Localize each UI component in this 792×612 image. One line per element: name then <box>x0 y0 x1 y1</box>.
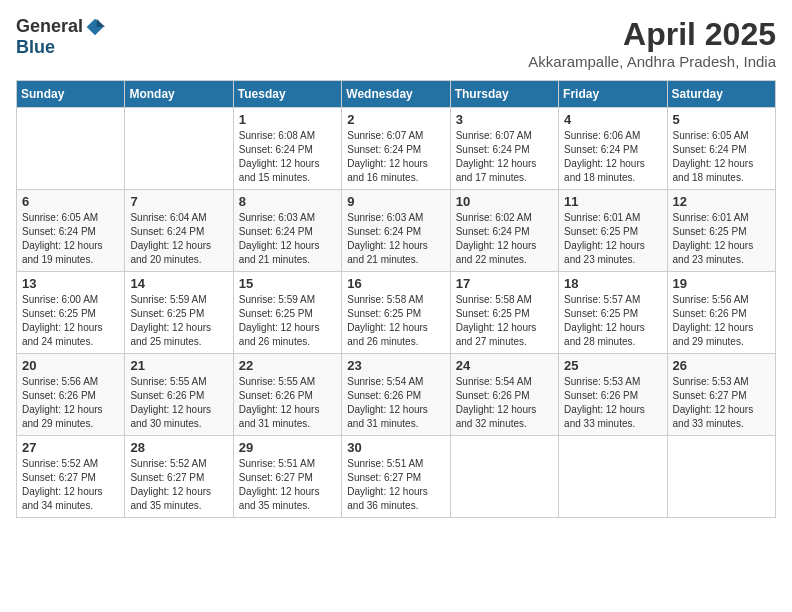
title-section: April 2025 Akkarampalle, Andhra Pradesh,… <box>528 16 776 70</box>
day-number: 12 <box>673 194 770 209</box>
day-number: 15 <box>239 276 336 291</box>
day-number: 7 <box>130 194 227 209</box>
day-info: Sunrise: 5:53 AM Sunset: 6:26 PM Dayligh… <box>564 375 661 431</box>
calendar-cell: 22Sunrise: 5:55 AM Sunset: 6:26 PM Dayli… <box>233 354 341 436</box>
day-info: Sunrise: 5:51 AM Sunset: 6:27 PM Dayligh… <box>239 457 336 513</box>
day-number: 23 <box>347 358 444 373</box>
logo: General Blue <box>16 16 105 58</box>
calendar-cell: 28Sunrise: 5:52 AM Sunset: 6:27 PM Dayli… <box>125 436 233 518</box>
calendar-cell: 30Sunrise: 5:51 AM Sunset: 6:27 PM Dayli… <box>342 436 450 518</box>
logo-blue-text: Blue <box>16 37 55 58</box>
day-number: 17 <box>456 276 553 291</box>
day-number: 14 <box>130 276 227 291</box>
location-text: Akkarampalle, Andhra Pradesh, India <box>528 53 776 70</box>
day-number: 30 <box>347 440 444 455</box>
calendar-cell: 17Sunrise: 5:58 AM Sunset: 6:25 PM Dayli… <box>450 272 558 354</box>
day-info: Sunrise: 5:59 AM Sunset: 6:25 PM Dayligh… <box>130 293 227 349</box>
day-number: 13 <box>22 276 119 291</box>
day-info: Sunrise: 5:53 AM Sunset: 6:27 PM Dayligh… <box>673 375 770 431</box>
day-number: 25 <box>564 358 661 373</box>
month-title: April 2025 <box>528 16 776 53</box>
day-number: 3 <box>456 112 553 127</box>
calendar-cell: 9Sunrise: 6:03 AM Sunset: 6:24 PM Daylig… <box>342 190 450 272</box>
day-info: Sunrise: 5:58 AM Sunset: 6:25 PM Dayligh… <box>347 293 444 349</box>
logo-general-text: General <box>16 16 83 37</box>
day-info: Sunrise: 6:01 AM Sunset: 6:25 PM Dayligh… <box>564 211 661 267</box>
calendar-week-5: 27Sunrise: 5:52 AM Sunset: 6:27 PM Dayli… <box>17 436 776 518</box>
calendar-week-1: 1Sunrise: 6:08 AM Sunset: 6:24 PM Daylig… <box>17 108 776 190</box>
calendar-cell: 13Sunrise: 6:00 AM Sunset: 6:25 PM Dayli… <box>17 272 125 354</box>
calendar-cell: 23Sunrise: 5:54 AM Sunset: 6:26 PM Dayli… <box>342 354 450 436</box>
calendar-cell: 5Sunrise: 6:05 AM Sunset: 6:24 PM Daylig… <box>667 108 775 190</box>
calendar-cell <box>125 108 233 190</box>
day-info: Sunrise: 6:03 AM Sunset: 6:24 PM Dayligh… <box>239 211 336 267</box>
day-number: 5 <box>673 112 770 127</box>
calendar-week-3: 13Sunrise: 6:00 AM Sunset: 6:25 PM Dayli… <box>17 272 776 354</box>
day-info: Sunrise: 5:54 AM Sunset: 6:26 PM Dayligh… <box>347 375 444 431</box>
day-info: Sunrise: 5:57 AM Sunset: 6:25 PM Dayligh… <box>564 293 661 349</box>
calendar-cell: 2Sunrise: 6:07 AM Sunset: 6:24 PM Daylig… <box>342 108 450 190</box>
day-number: 22 <box>239 358 336 373</box>
calendar-cell: 25Sunrise: 5:53 AM Sunset: 6:26 PM Dayli… <box>559 354 667 436</box>
calendar-cell: 19Sunrise: 5:56 AM Sunset: 6:26 PM Dayli… <box>667 272 775 354</box>
calendar-header-row: SundayMondayTuesdayWednesdayThursdayFrid… <box>17 81 776 108</box>
day-header-friday: Friday <box>559 81 667 108</box>
day-header-sunday: Sunday <box>17 81 125 108</box>
calendar-cell: 24Sunrise: 5:54 AM Sunset: 6:26 PM Dayli… <box>450 354 558 436</box>
calendar-week-2: 6Sunrise: 6:05 AM Sunset: 6:24 PM Daylig… <box>17 190 776 272</box>
day-number: 21 <box>130 358 227 373</box>
day-number: 19 <box>673 276 770 291</box>
calendar-cell: 11Sunrise: 6:01 AM Sunset: 6:25 PM Dayli… <box>559 190 667 272</box>
day-number: 4 <box>564 112 661 127</box>
day-number: 10 <box>456 194 553 209</box>
calendar-cell: 3Sunrise: 6:07 AM Sunset: 6:24 PM Daylig… <box>450 108 558 190</box>
calendar-cell: 16Sunrise: 5:58 AM Sunset: 6:25 PM Dayli… <box>342 272 450 354</box>
day-number: 6 <box>22 194 119 209</box>
calendar-cell <box>559 436 667 518</box>
day-info: Sunrise: 5:55 AM Sunset: 6:26 PM Dayligh… <box>239 375 336 431</box>
day-info: Sunrise: 5:58 AM Sunset: 6:25 PM Dayligh… <box>456 293 553 349</box>
day-header-saturday: Saturday <box>667 81 775 108</box>
day-info: Sunrise: 5:59 AM Sunset: 6:25 PM Dayligh… <box>239 293 336 349</box>
calendar-cell: 12Sunrise: 6:01 AM Sunset: 6:25 PM Dayli… <box>667 190 775 272</box>
day-info: Sunrise: 5:55 AM Sunset: 6:26 PM Dayligh… <box>130 375 227 431</box>
day-info: Sunrise: 6:08 AM Sunset: 6:24 PM Dayligh… <box>239 129 336 185</box>
day-info: Sunrise: 5:56 AM Sunset: 6:26 PM Dayligh… <box>673 293 770 349</box>
day-info: Sunrise: 5:54 AM Sunset: 6:26 PM Dayligh… <box>456 375 553 431</box>
day-number: 28 <box>130 440 227 455</box>
day-number: 16 <box>347 276 444 291</box>
calendar-cell <box>667 436 775 518</box>
day-number: 27 <box>22 440 119 455</box>
day-number: 2 <box>347 112 444 127</box>
day-number: 1 <box>239 112 336 127</box>
page-header: General Blue April 2025 Akkarampalle, An… <box>16 16 776 70</box>
calendar-cell: 29Sunrise: 5:51 AM Sunset: 6:27 PM Dayli… <box>233 436 341 518</box>
day-number: 8 <box>239 194 336 209</box>
day-header-tuesday: Tuesday <box>233 81 341 108</box>
day-info: Sunrise: 5:51 AM Sunset: 6:27 PM Dayligh… <box>347 457 444 513</box>
day-info: Sunrise: 6:02 AM Sunset: 6:24 PM Dayligh… <box>456 211 553 267</box>
calendar-cell: 14Sunrise: 5:59 AM Sunset: 6:25 PM Dayli… <box>125 272 233 354</box>
day-info: Sunrise: 6:00 AM Sunset: 6:25 PM Dayligh… <box>22 293 119 349</box>
calendar-table: SundayMondayTuesdayWednesdayThursdayFrid… <box>16 80 776 518</box>
day-info: Sunrise: 6:05 AM Sunset: 6:24 PM Dayligh… <box>673 129 770 185</box>
day-info: Sunrise: 6:06 AM Sunset: 6:24 PM Dayligh… <box>564 129 661 185</box>
calendar-cell: 10Sunrise: 6:02 AM Sunset: 6:24 PM Dayli… <box>450 190 558 272</box>
day-number: 29 <box>239 440 336 455</box>
day-header-monday: Monday <box>125 81 233 108</box>
calendar-cell: 27Sunrise: 5:52 AM Sunset: 6:27 PM Dayli… <box>17 436 125 518</box>
day-info: Sunrise: 5:56 AM Sunset: 6:26 PM Dayligh… <box>22 375 119 431</box>
calendar-cell: 21Sunrise: 5:55 AM Sunset: 6:26 PM Dayli… <box>125 354 233 436</box>
day-info: Sunrise: 6:07 AM Sunset: 6:24 PM Dayligh… <box>456 129 553 185</box>
svg-marker-1 <box>97 18 105 26</box>
day-info: Sunrise: 6:05 AM Sunset: 6:24 PM Dayligh… <box>22 211 119 267</box>
calendar-cell <box>450 436 558 518</box>
day-info: Sunrise: 6:07 AM Sunset: 6:24 PM Dayligh… <box>347 129 444 185</box>
calendar-cell: 15Sunrise: 5:59 AM Sunset: 6:25 PM Dayli… <box>233 272 341 354</box>
day-info: Sunrise: 6:04 AM Sunset: 6:24 PM Dayligh… <box>130 211 227 267</box>
day-header-wednesday: Wednesday <box>342 81 450 108</box>
calendar-cell: 8Sunrise: 6:03 AM Sunset: 6:24 PM Daylig… <box>233 190 341 272</box>
calendar-cell: 1Sunrise: 6:08 AM Sunset: 6:24 PM Daylig… <box>233 108 341 190</box>
calendar-body: 1Sunrise: 6:08 AM Sunset: 6:24 PM Daylig… <box>17 108 776 518</box>
calendar-cell: 6Sunrise: 6:05 AM Sunset: 6:24 PM Daylig… <box>17 190 125 272</box>
